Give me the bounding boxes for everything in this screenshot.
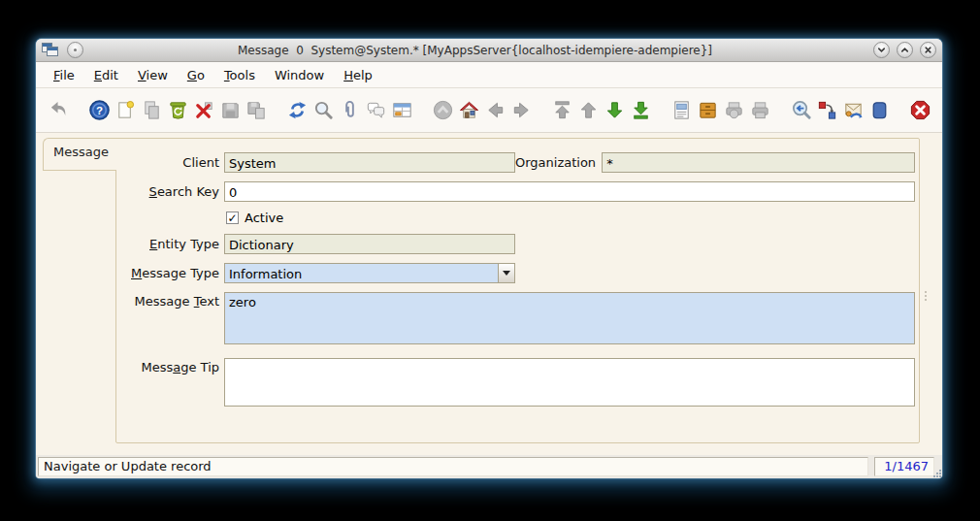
window-menu-button[interactable] [67, 42, 83, 58]
menu-tools[interactable]: Tools [214, 64, 265, 86]
titlebar: Message 0 System@System.* [MyAppsServer{… [36, 39, 942, 62]
combo-dropdown-button[interactable] [498, 263, 515, 283]
report-icon [670, 99, 693, 121]
email-icon [842, 99, 865, 121]
new-record-button[interactable] [113, 97, 139, 123]
toggle-multi-row-button[interactable] [389, 97, 415, 123]
forward-button[interactable] [508, 97, 535, 123]
previous-record-button[interactable] [575, 97, 602, 123]
workflow-button[interactable] [814, 97, 840, 123]
arrow-down-green-icon [604, 99, 626, 121]
chat-icon [365, 99, 387, 121]
message-tip-label: Message Tip [116, 358, 224, 374]
parent-record-button[interactable] [430, 97, 456, 123]
next-record-button[interactable] [602, 97, 628, 123]
entity-type-field: Dictionary [224, 234, 515, 254]
delete-selection-icon [193, 99, 215, 121]
arrow-up-bar-icon [551, 99, 573, 121]
archive-icon [697, 99, 719, 121]
active-checkbox[interactable]: ✓ [226, 212, 239, 224]
check-icon: ✓ [227, 213, 237, 223]
resize-grip[interactable] [933, 470, 941, 477]
undo-button[interactable] [46, 97, 72, 123]
row-search-key: Search Key 0 [116, 181, 915, 202]
exit-icon [909, 99, 931, 121]
chat-button[interactable] [363, 97, 389, 123]
product-info-button[interactable] [866, 97, 893, 123]
message-type-combo[interactable]: Information [224, 263, 515, 283]
row-entity-type: Entity Type Dictionary [116, 234, 915, 254]
home-button[interactable] [456, 97, 482, 123]
search-key-field[interactable]: 0 [224, 181, 915, 202]
menu-help[interactable]: Help [334, 64, 382, 86]
entity-type-label: Entity Type [116, 237, 224, 251]
message-text-field[interactable]: zero [224, 292, 915, 344]
split-pane-divider[interactable] [920, 136, 931, 455]
organization-label: Organization [515, 155, 602, 170]
active-label: Active [245, 211, 283, 225]
close-icon [923, 45, 933, 55]
copy-record-icon [141, 99, 163, 121]
delete-record-button[interactable] [165, 97, 191, 123]
send-email-button[interactable] [840, 97, 866, 123]
menu-go[interactable]: Go [178, 64, 214, 86]
menu-window[interactable]: Window [265, 64, 334, 86]
menu-edit[interactable]: Edit [84, 64, 128, 86]
app-icon [42, 43, 59, 57]
workflow-icon [816, 99, 838, 121]
help-button[interactable]: ? [86, 97, 113, 123]
svg-text:?: ? [96, 105, 103, 116]
print-button[interactable] [747, 97, 773, 123]
print-preview-button[interactable] [721, 97, 747, 123]
first-record-button[interactable] [549, 97, 575, 123]
parent-record-icon [432, 99, 454, 121]
home-icon [458, 99, 480, 121]
save-button[interactable] [217, 97, 244, 123]
chevron-up-icon [899, 45, 910, 55]
arrow-right-icon [510, 99, 533, 121]
zoom-across-button[interactable] [788, 97, 814, 123]
last-record-button[interactable] [628, 97, 654, 123]
delete-selection-button[interactable] [191, 97, 217, 123]
tab-message[interactable]: Message [43, 138, 116, 171]
message-tip-field[interactable] [224, 358, 915, 407]
arrow-down-bar-green-icon [630, 99, 652, 121]
client-field: System [224, 152, 515, 173]
attachment-icon [339, 99, 361, 121]
maximize-button[interactable] [897, 42, 913, 58]
save-and-create-button[interactable] [244, 97, 270, 123]
right-gap [931, 136, 942, 455]
print-preview-icon [723, 99, 745, 121]
refresh-icon [286, 99, 309, 121]
delete-record-icon [167, 99, 189, 121]
new-record-icon [114, 99, 137, 121]
search-key-label: Search Key [116, 184, 224, 199]
grid-icon [391, 99, 413, 121]
print-icon [749, 99, 771, 121]
report-button[interactable] [669, 97, 695, 123]
content-area: Message Client System Organization * Sea… [36, 133, 942, 455]
lookup-record-button[interactable] [310, 97, 337, 123]
refresh-button[interactable] [284, 97, 310, 123]
zoom-across-icon [790, 99, 812, 121]
tab-column: Message [43, 136, 115, 455]
back-button[interactable] [482, 97, 508, 123]
product-info-icon [868, 99, 891, 121]
save-and-create-icon [245, 99, 268, 121]
toolbar: ? [36, 88, 942, 133]
row-message-type: Message Type Information [116, 263, 915, 283]
divider-grip-icon [925, 291, 927, 301]
close-button[interactable] [920, 42, 936, 58]
menu-view[interactable]: View [128, 64, 178, 86]
save-icon [219, 99, 242, 121]
status-message: Navigate or Update record [38, 457, 868, 476]
menu-file[interactable]: File [44, 64, 84, 86]
window-title: Message 0 System@System.* [MyAppsServer{… [83, 44, 866, 57]
archive-documents-button[interactable] [695, 97, 721, 123]
exit-window-button[interactable] [907, 97, 933, 123]
minimize-button[interactable] [873, 42, 890, 58]
attachment-button[interactable] [337, 97, 363, 123]
row-active: ✓ Active [116, 211, 915, 225]
copy-record-button[interactable] [139, 97, 165, 123]
app-window: Message 0 System@System.* [MyAppsServer{… [36, 39, 942, 478]
